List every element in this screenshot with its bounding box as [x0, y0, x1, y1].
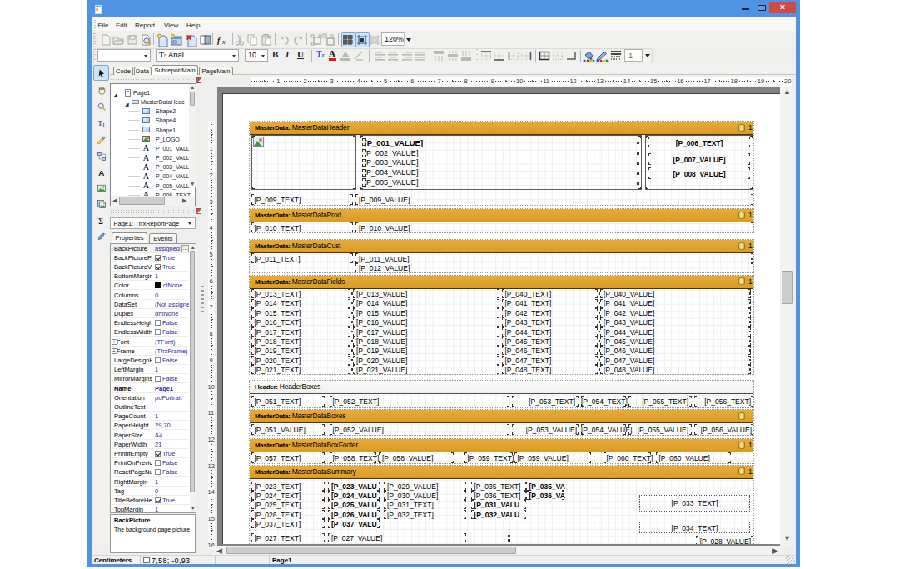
svg-text:A: A	[98, 168, 104, 177]
svg-text:f: f	[217, 36, 221, 45]
svg-text:x: x	[221, 38, 226, 46]
svg-text:Σ: Σ	[98, 217, 103, 226]
svg-text:T: T	[98, 120, 103, 127]
svg-text:I: I	[103, 122, 105, 127]
